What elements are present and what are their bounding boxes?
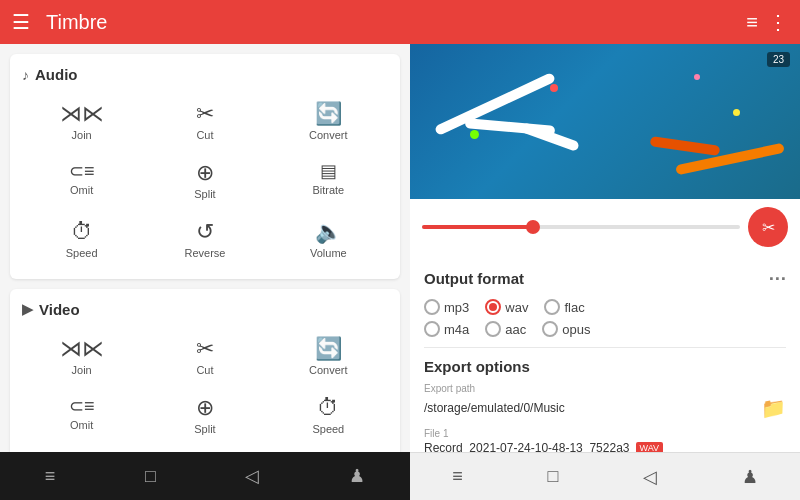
nav-left-menu-icon[interactable]: ≡ xyxy=(37,458,64,495)
video-tool-cut[interactable]: ✂ Cut xyxy=(145,332,264,383)
join-audio-label: Join xyxy=(72,129,92,142)
export-path-label: Export path xyxy=(424,383,786,394)
output-format-title: Output format xyxy=(424,270,524,287)
speed-video-label: Speed xyxy=(312,423,344,436)
app-title: Timbre xyxy=(46,11,736,34)
radio-flac[interactable] xyxy=(544,299,560,315)
nav-right-apps-icon[interactable]: ♟ xyxy=(734,458,766,496)
format-m4a[interactable]: m4a xyxy=(424,321,469,337)
radio-opus[interactable] xyxy=(542,321,558,337)
audio-tools-grid: ⋊⋉ Join ✂ Cut 🔄 Convert ⊂≡ Omit ⊕ Spl xyxy=(22,97,388,267)
audio-tool-convert[interactable]: 🔄 Convert xyxy=(269,97,388,148)
food-dot-4 xyxy=(694,74,700,80)
format-mp3[interactable]: mp3 xyxy=(424,299,469,315)
format-flac[interactable]: flac xyxy=(544,299,584,315)
omit-video-icon: ⊂≡ xyxy=(69,397,95,415)
join-video-icon: ⋊⋉ xyxy=(60,338,104,360)
split-video-label: Split xyxy=(194,423,215,436)
speed-audio-label: Speed xyxy=(66,247,98,260)
audio-section-title: Audio xyxy=(35,66,78,83)
format-m4a-label: m4a xyxy=(444,322,469,337)
food-dot-3 xyxy=(470,130,479,139)
format-aac[interactable]: aac xyxy=(485,321,526,337)
progress-track[interactable] xyxy=(422,225,740,229)
nav-left-back-icon[interactable]: ◁ xyxy=(237,457,267,495)
split-audio-icon: ⊕ xyxy=(196,162,214,184)
playback-bar: ✂ xyxy=(410,199,800,255)
export-path-value: /storage/emulated/0/Music xyxy=(424,401,755,415)
output-format-header: Output format ⋯ xyxy=(424,267,786,289)
volume-audio-label: Volume xyxy=(310,247,347,260)
omit-audio-icon: ⊂≡ xyxy=(69,162,95,180)
progress-fill xyxy=(422,225,533,229)
format-aac-label: aac xyxy=(505,322,526,337)
convert-video-label: Convert xyxy=(309,364,348,377)
nav-right-home-icon[interactable]: □ xyxy=(539,458,566,495)
output-format-more-icon[interactable]: ⋯ xyxy=(768,267,786,289)
audio-tool-speed[interactable]: ⏱ Speed xyxy=(22,215,141,266)
fab-cut-button[interactable]: ✂ xyxy=(748,207,788,247)
export-options-title: Export options xyxy=(424,358,786,375)
radio-m4a[interactable] xyxy=(424,321,440,337)
export-options-section: Export options Export path /storage/emul… xyxy=(424,358,786,452)
output-format-section: Output format ⋯ mp3 wav xyxy=(424,267,786,337)
progress-thumb[interactable] xyxy=(526,220,540,234)
audio-tool-split[interactable]: ⊕ Split xyxy=(145,156,264,207)
join-audio-icon: ⋊⋉ xyxy=(60,103,104,125)
snake-orange-2 xyxy=(650,136,721,156)
video-tool-convert[interactable]: 🔄 Convert xyxy=(269,332,388,383)
omit-video-label: Omit xyxy=(70,419,93,432)
wav-badge: WAV xyxy=(636,442,664,452)
food-dot-1 xyxy=(550,84,558,92)
fab-cut-icon: ✂ xyxy=(762,218,775,237)
bottom-nav-right: ≡ □ ◁ ♟ xyxy=(410,452,800,500)
food-dot-2 xyxy=(733,109,740,116)
options-area: Output format ⋯ mp3 wav xyxy=(410,255,800,452)
bottom-navigation: ≡ □ ◁ ♟ ≡ □ ◁ ♟ xyxy=(0,452,800,500)
game-scene: 23 xyxy=(410,44,800,199)
radio-aac[interactable] xyxy=(485,321,501,337)
video-tool-join[interactable]: ⋊⋉ Join xyxy=(22,332,141,383)
video-section-header: ▶ Video xyxy=(22,301,388,318)
audio-section-header: ♪ Audio xyxy=(22,66,388,83)
video-preview: 23 xyxy=(410,44,800,199)
audio-tool-join[interactable]: ⋊⋉ Join xyxy=(22,97,141,148)
nav-right-menu-icon[interactable]: ≡ xyxy=(444,458,471,495)
bottom-nav-left: ≡ □ ◁ ♟ xyxy=(0,452,410,500)
cut-video-icon: ✂ xyxy=(196,338,214,360)
radio-wav-inner xyxy=(489,303,497,311)
menu-icon[interactable]: ☰ xyxy=(12,10,30,34)
convert-video-icon: 🔄 xyxy=(315,338,342,360)
nav-left-apps-icon[interactable]: ♟ xyxy=(341,457,373,495)
convert-audio-label: Convert xyxy=(309,129,348,142)
video-tool-split[interactable]: ⊕ Split xyxy=(145,391,264,442)
format-wav[interactable]: wav xyxy=(485,299,528,315)
format-mp3-label: mp3 xyxy=(444,300,469,315)
game-score: 23 xyxy=(767,52,790,67)
radio-wav[interactable] xyxy=(485,299,501,315)
reverse-audio-label: Reverse xyxy=(185,247,226,260)
audio-tool-bitrate[interactable]: ▤ Bitrate xyxy=(269,156,388,207)
video-tools-grid: ⋊⋉ Join ✂ Cut 🔄 Convert ⊂≡ Omit ⊕ Spl xyxy=(22,332,388,452)
nav-left-home-icon[interactable]: □ xyxy=(137,458,164,495)
video-tool-speed[interactable]: ⏱ Speed xyxy=(269,391,388,442)
audio-tool-reverse[interactable]: ↺ Reverse xyxy=(145,215,264,266)
format-row-2: m4a aac opus xyxy=(424,321,786,337)
volume-audio-icon: 🔈 xyxy=(315,221,342,243)
video-tool-omit[interactable]: ⊂≡ Omit xyxy=(22,391,141,442)
cut-audio-label: Cut xyxy=(196,129,213,142)
audio-tool-volume[interactable]: 🔈 Volume xyxy=(269,215,388,266)
folder-icon[interactable]: 📁 xyxy=(761,396,786,420)
audio-tool-cut[interactable]: ✂ Cut xyxy=(145,97,264,148)
list-icon[interactable]: ≡ xyxy=(746,11,758,34)
divider-1 xyxy=(424,347,786,348)
radio-mp3[interactable] xyxy=(424,299,440,315)
format-opus[interactable]: opus xyxy=(542,321,590,337)
audio-tool-omit[interactable]: ⊂≡ Omit xyxy=(22,156,141,207)
video-section-card: ▶ Video ⋊⋉ Join ✂ Cut 🔄 Convert ⊂≡ xyxy=(10,289,400,452)
export-path-row: /storage/emulated/0/Music 📁 xyxy=(424,396,786,420)
nav-right-back-icon[interactable]: ◁ xyxy=(635,458,665,496)
reverse-audio-icon: ↺ xyxy=(196,221,214,243)
more-icon[interactable]: ⋮ xyxy=(768,10,788,34)
split-audio-label: Split xyxy=(194,188,215,201)
